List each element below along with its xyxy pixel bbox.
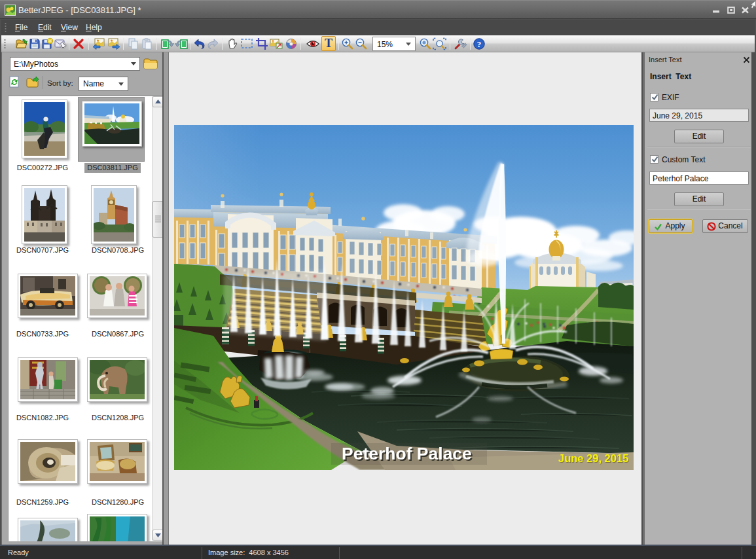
svg-text:?: ? <box>477 39 482 49</box>
svg-text:June 29, 2015: June 29, 2015 <box>558 452 628 464</box>
svg-text:Peterhof Palace: Peterhof Palace <box>342 444 472 463</box>
